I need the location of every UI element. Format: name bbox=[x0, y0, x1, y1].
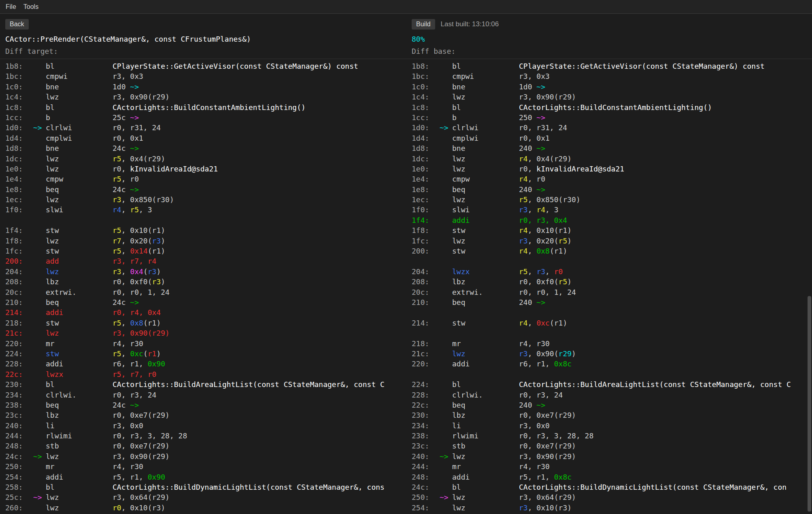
asm-row[interactable]: 220:mrr4, r30 bbox=[5, 338, 406, 349]
asm-row[interactable]: 1c4:lwzr3, 0x90(r29) bbox=[5, 92, 406, 102]
asm-token: , 0x850(r30) bbox=[121, 195, 174, 204]
branch-arrow-icon bbox=[33, 379, 46, 389]
asm-row[interactable]: 1cc:b25c ~> bbox=[5, 112, 406, 123]
asm-row[interactable]: 250:mrr4, r30 bbox=[5, 461, 406, 472]
asm-row[interactable]: 1c8:blCActorLights::BuildConstantAmbient… bbox=[412, 102, 806, 112]
asm-row[interactable]: 1c4:lwzr3, 0x90(r29) bbox=[412, 92, 806, 102]
asm-row[interactable]: 1c0:bne1d0 ~> bbox=[5, 82, 406, 92]
scrollbar[interactable] bbox=[808, 14, 811, 514]
asm-row[interactable]: 1f0:slwir4, r5, 3 bbox=[5, 205, 406, 215]
asm-row[interactable]: 1cc:b250 ~> bbox=[412, 112, 806, 123]
asm-row[interactable]: 208:lbzr0, 0xf0(r3) bbox=[5, 277, 406, 287]
asm-row[interactable]: 200:stwr4, 0x8(r1) bbox=[412, 246, 806, 256]
asm-row[interactable]: 24c:~>lwzr3, 0x90(r29) bbox=[5, 451, 406, 461]
asm-row[interactable]: 230:blCActorLights::BuildAreaLightList(c… bbox=[5, 379, 406, 389]
asm-row[interactable]: 224:blCActorLights::BuildAreaLightList(c… bbox=[412, 379, 806, 389]
scrollbar-thumb[interactable] bbox=[808, 296, 811, 512]
asm-row[interactable]: 208:lbzr0, 0xf0(r5) bbox=[412, 277, 806, 287]
asm-token: 0x8 bbox=[130, 319, 143, 327]
asm-operands: r3, 0x0 bbox=[519, 421, 806, 431]
asm-row[interactable]: 1f4:stwr5, 0x10(r1) bbox=[5, 225, 406, 235]
asm-row[interactable]: 1c8:blCActorLights::BuildConstantAmbient… bbox=[5, 102, 406, 112]
asm-address: 208: bbox=[412, 277, 440, 287]
asm-row[interactable]: 204:lwzr3, 0x4(r3) bbox=[5, 267, 406, 277]
asm-row[interactable]: 1e8:beq24c ~> bbox=[5, 184, 406, 195]
asm-row[interactable]: 1f8:lwzr7, 0x20(r3) bbox=[5, 236, 406, 246]
asm-row[interactable]: 1e0:lwzr0, kInvalidAreaId@sda21 bbox=[412, 164, 806, 174]
asm-row[interactable]: 1e0:lwzr0, kInvalidAreaId@sda21 bbox=[5, 164, 406, 174]
asm-row[interactable]: 218:stwr5, 0x8(r1) bbox=[5, 318, 406, 328]
asm-row[interactable]: 1ec:lwzr5, 0x850(r30) bbox=[412, 195, 806, 205]
asm-row[interactable]: 1d8:bne240 ~> bbox=[412, 143, 806, 153]
asm-row[interactable]: 258:blCActorLights::BuildDynamicLightLis… bbox=[5, 482, 406, 492]
asm-row[interactable]: 210:beq240 ~> bbox=[412, 297, 806, 307]
asm-row[interactable]: 20c:extrwi.r0, r0, 1, 24 bbox=[5, 287, 406, 297]
asm-row[interactable]: 230:lbzr0, 0xe7(r29) bbox=[412, 410, 806, 420]
asm-token: ~> bbox=[130, 144, 139, 152]
asm-row[interactable]: 1d4:cmplwir0, 0x1 bbox=[5, 133, 406, 143]
asm-row[interactable]: 248:addir5, r1, 0x8c bbox=[412, 472, 806, 482]
asm-row[interactable]: 22c:lwzxr5, r7, r0 bbox=[5, 369, 406, 379]
asm-row[interactable]: 240:~>lwzr3, 0x90(r29) bbox=[412, 451, 806, 461]
asm-row[interactable]: 1b8:blCPlayerState::GetActiveVisor(const… bbox=[412, 61, 806, 71]
asm-row[interactable]: 248:stbr0, 0xe7(r29) bbox=[5, 441, 406, 451]
asm-row[interactable]: 1dc:lwzr5, 0x4(r29) bbox=[5, 154, 406, 164]
asm-row[interactable]: 1dc:lwzr4, 0x4(r29) bbox=[412, 154, 806, 164]
asm-row[interactable]: 220:addir6, r1, 0x8c bbox=[412, 359, 806, 369]
asm-operands: r0, kInvalidAreaId@sda21 bbox=[113, 164, 406, 174]
asm-row[interactable]: 250:~>lwzr3, 0x64(r29) bbox=[412, 492, 806, 502]
asm-row[interactable]: 1bc:cmpwir3, 0x3 bbox=[5, 71, 406, 81]
asm-row[interactable]: 21c:lwzr3, 0x90(r29) bbox=[412, 349, 806, 359]
asm-row[interactable]: 1d4:cmplwir0, 0x1 bbox=[412, 133, 806, 143]
asm-row[interactable]: 1e4:cmpwr5, r0 bbox=[5, 174, 406, 184]
asm-row[interactable]: 204:lwzxr5, r3, r0 bbox=[412, 267, 806, 277]
asm-row[interactable]: 224:stwr5, 0xc(r1) bbox=[5, 349, 406, 359]
asm-token: 24c bbox=[113, 185, 130, 194]
asm-row[interactable]: 1b8:blCPlayerState::GetActiveVisor(const… bbox=[5, 61, 406, 71]
asm-row[interactable]: 23c:lbzr0, 0xe7(r29) bbox=[5, 410, 406, 420]
asm-row[interactable]: 234:lir3, 0x0 bbox=[412, 421, 806, 431]
asm-row[interactable]: 1f4:addir0, r3, 0x4 bbox=[412, 215, 806, 225]
asm-row[interactable]: 1d0:~>clrlwir0, r31, 24 bbox=[5, 123, 406, 133]
build-button[interactable]: Build bbox=[412, 19, 435, 30]
asm-mnemonic: lwz bbox=[46, 236, 113, 246]
asm-row[interactable]: 1e4:cmpwr4, r0 bbox=[412, 174, 806, 184]
asm-row[interactable]: 23c:stbr0, 0xe7(r29) bbox=[412, 441, 806, 451]
asm-row[interactable]: 218:mrr4, r30 bbox=[412, 338, 806, 349]
menu-item-tools[interactable]: Tools bbox=[21, 2, 41, 12]
asm-row[interactable]: 244:mrr4, r30 bbox=[412, 461, 806, 472]
asm-row[interactable]: 1d0:~>clrlwir0, r31, 24 bbox=[412, 123, 806, 133]
asm-row[interactable]: 1fc:lwzr3, 0x20(r5) bbox=[412, 236, 806, 246]
asm-row[interactable]: 234:clrlwi.r0, r3, 24 bbox=[5, 390, 406, 400]
asm-row[interactable]: 25c:~>lwzr3, 0x64(r29) bbox=[5, 492, 406, 502]
asm-row[interactable]: 20c:extrwi.r0, r0, 1, 24 bbox=[412, 287, 806, 297]
asm-row[interactable]: 1d8:bne24c ~> bbox=[5, 143, 406, 153]
asm-row[interactable]: 228:addir6, r1, 0x90 bbox=[5, 359, 406, 369]
asm-row[interactable]: 22c:beq240 ~> bbox=[412, 400, 806, 410]
asm-row[interactable]: 214:addir0, r4, 0x4 bbox=[5, 307, 406, 317]
asm-row[interactable]: 24c:blCActorLights::BuildDynamicLightLis… bbox=[412, 482, 806, 492]
asm-row[interactable]: 260:lwzr0, 0x10(r3) bbox=[5, 503, 406, 513]
asm-row[interactable]: 1e8:beq240 ~> bbox=[412, 184, 806, 195]
asm-row[interactable]: 254:lwzr3, 0x10(r3) bbox=[412, 503, 806, 513]
asm-row[interactable]: 1bc:cmpwir3, 0x3 bbox=[412, 71, 806, 81]
asm-row[interactable]: 1f8:stwr4, 0x10(r1) bbox=[412, 225, 806, 235]
asm-row[interactable]: 214:stwr4, 0xc(r1) bbox=[412, 318, 806, 328]
asm-row[interactable]: 1f0:slwir3, r4, 3 bbox=[412, 205, 806, 215]
back-button[interactable]: Back bbox=[5, 19, 29, 30]
menu-item-file[interactable]: File bbox=[3, 2, 19, 12]
asm-row[interactable]: 21c:lwzr3, 0x90(r29) bbox=[5, 328, 406, 338]
asm-row[interactable]: 238:beq24c ~> bbox=[5, 400, 406, 410]
asm-row[interactable]: 210:beq24c ~> bbox=[5, 297, 406, 307]
asm-row[interactable]: 1fc:stwr5, 0x14(r1) bbox=[5, 246, 406, 256]
asm-row[interactable]: 200:addr3, r7, r4 bbox=[5, 256, 406, 266]
asm-row[interactable]: 254:addir5, r1, 0x90 bbox=[5, 472, 406, 482]
asm-row[interactable]: 1c0:bne1d0 ~> bbox=[412, 82, 806, 92]
asm-row[interactable]: 1ec:lwzr3, 0x850(r30) bbox=[5, 195, 406, 205]
asm-row[interactable]: 238:rlwimir0, r3, 3, 28, 28 bbox=[412, 431, 806, 441]
branch-arrow-icon bbox=[33, 482, 46, 492]
asm-row[interactable]: 244:rlwimir0, r3, 3, 28, 28 bbox=[5, 431, 406, 441]
asm-row[interactable]: 240:lir3, 0x0 bbox=[5, 421, 406, 431]
asm-row[interactable]: 228:clrlwi.r0, r3, 24 bbox=[412, 390, 806, 400]
asm-operands: 24c ~> bbox=[113, 297, 406, 307]
